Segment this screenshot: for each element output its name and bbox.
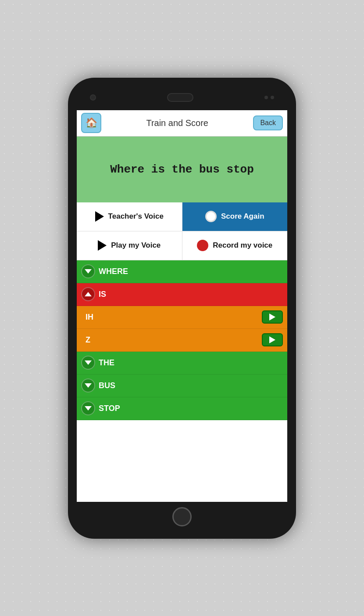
word-row-stop: STOP	[77, 397, 287, 420]
word-stop-label: STOP	[99, 404, 283, 413]
phoneme-z-label: Z	[86, 335, 262, 345]
phone-device: 🏠 Train and Score Back Where is the bus …	[68, 78, 296, 539]
word-row-bus: BUS	[77, 375, 287, 397]
chevron-the-button[interactable]	[81, 356, 95, 370]
play-z-button[interactable]	[262, 333, 283, 346]
chevron-up-icon	[85, 292, 92, 296]
chevron-down-icon	[85, 269, 92, 274]
chevron-where-button[interactable]	[81, 264, 95, 278]
score-again-button[interactable]: Score Again	[182, 202, 288, 231]
play-my-voice-button[interactable]: Play my Voice	[77, 231, 182, 260]
word-row-z: Z	[77, 329, 287, 352]
front-camera	[90, 94, 96, 101]
word-is-label: IS	[99, 290, 283, 299]
screen: 🏠 Train and Score Back Where is the bus …	[77, 110, 287, 502]
score-circle-icon	[205, 211, 217, 222]
sensor-group	[264, 96, 274, 99]
chevron-bus-button[interactable]	[81, 378, 95, 393]
words-list: WHERE IS IH Z	[77, 260, 287, 502]
score-again-label: Score Again	[221, 212, 264, 221]
voice-score-row: Teacher's Voice Score Again	[77, 202, 287, 231]
record-icon	[197, 240, 208, 251]
page-title: Train and Score	[101, 118, 253, 128]
record-my-voice-button[interactable]: Record my voice	[182, 231, 288, 260]
word-the-label: THE	[99, 358, 283, 367]
home-icon: 🏠	[86, 117, 97, 129]
home-physical-button[interactable]	[172, 507, 192, 526]
earpiece-speaker	[167, 93, 193, 102]
sentence-display: Where is the bus stop	[77, 137, 287, 202]
word-row-the: THE	[77, 352, 287, 375]
word-row-ih: IH	[77, 306, 287, 329]
word-row-where: WHERE	[77, 260, 287, 283]
record-my-voice-label: Record my voice	[213, 241, 272, 250]
sentence-text: Where is the bus stop	[110, 163, 254, 176]
word-row-is: IS	[77, 283, 287, 306]
teachers-voice-button[interactable]: Teacher's Voice	[77, 202, 182, 231]
play-z-icon	[269, 336, 275, 343]
play-ih-icon	[269, 313, 275, 321]
play-my-voice-label: Play my Voice	[111, 241, 161, 250]
play-icon	[95, 211, 104, 222]
phone-bottom-bar	[77, 504, 287, 530]
play-record-row: Play my Voice Record my voice	[77, 231, 287, 260]
word-bus-label: BUS	[99, 381, 283, 390]
chevron-is-button[interactable]	[81, 287, 95, 301]
phoneme-ih-label: IH	[86, 313, 262, 322]
chevron-down-the-icon	[85, 360, 92, 365]
play-ih-button[interactable]	[262, 310, 283, 324]
sensor-dot-1	[264, 96, 268, 99]
chevron-down-bus-icon	[85, 383, 92, 388]
play-my-voice-icon	[98, 240, 107, 251]
teachers-voice-label: Teacher's Voice	[108, 212, 164, 221]
chevron-stop-button[interactable]	[81, 401, 95, 415]
phone-top-bar	[77, 86, 287, 108]
back-button[interactable]: Back	[253, 115, 283, 130]
word-where-label: WHERE	[99, 267, 283, 276]
sensor-dot-2	[271, 96, 274, 99]
home-button[interactable]: 🏠	[81, 113, 101, 133]
app-header: 🏠 Train and Score Back	[77, 110, 287, 137]
chevron-down-stop-icon	[85, 406, 92, 411]
